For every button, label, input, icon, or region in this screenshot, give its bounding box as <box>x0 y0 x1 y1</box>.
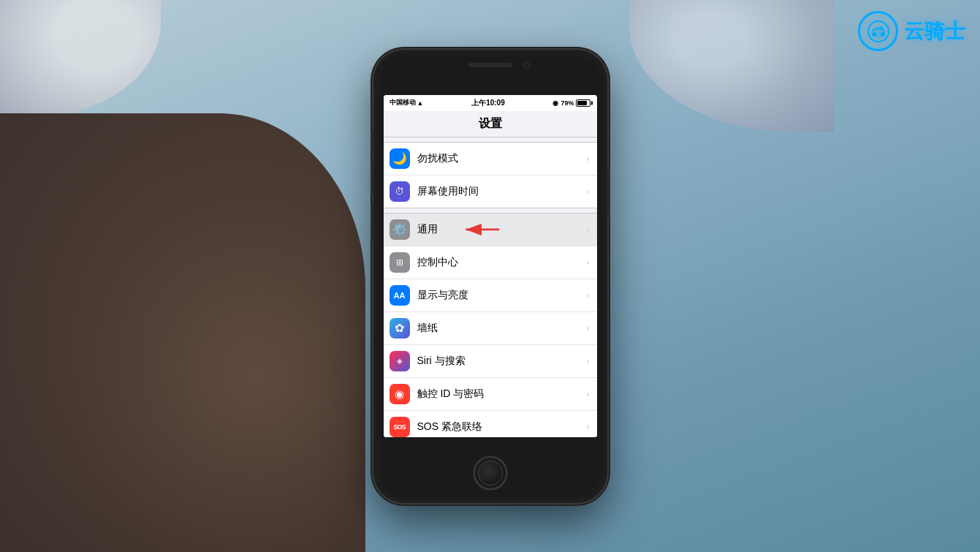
page-title: 设置 <box>479 116 502 132</box>
settings-group-1: 🌙 勿扰模式 › ⏱ 屏幕使用时间 › <box>384 142 597 208</box>
settings-row-screen-time[interactable]: ⏱ 屏幕使用时间 › <box>384 175 597 208</box>
do-not-disturb-icon: 🌙 <box>390 148 410 169</box>
logo-circle <box>858 11 898 51</box>
settings-group-2: ⚙️ 通用 › <box>384 213 597 437</box>
home-button[interactable] <box>474 456 507 490</box>
carrier-text: 中国移动 <box>390 98 416 107</box>
bg-decoration-hand <box>0 113 365 552</box>
display-icon: AA <box>390 285 410 306</box>
siri-chevron: › <box>587 356 590 366</box>
siri-label: Siri 与搜索 <box>417 355 584 368</box>
navigation-title: 设置 <box>384 111 597 137</box>
status-bar: 中国移动 ▲ 上午10:09 ◉ 79% <box>384 95 597 111</box>
settings-list: 🌙 勿扰模式 › ⏱ 屏幕使用时间 › ⚙️ 通用 <box>384 137 597 437</box>
wallpaper-icon: ✿ <box>390 318 410 339</box>
display-chevron: › <box>587 290 590 300</box>
control-center-chevron: › <box>587 257 590 268</box>
wifi-icon: ▲ <box>417 99 424 107</box>
yunqishi-logo: 云骑士 <box>858 11 965 51</box>
iphone-frame: 中国移动 ▲ 上午10:09 ◉ 79% 设置 <box>373 50 607 503</box>
sos-chevron: › <box>587 422 590 432</box>
control-center-label: 控制中心 <box>417 256 584 269</box>
settings-row-siri[interactable]: ◈ Siri 与搜索 › <box>384 345 597 378</box>
settings-row-touch-id[interactable]: ◉ 触控 ID 与密码 › <box>384 378 597 411</box>
volume-down-button <box>371 203 373 241</box>
display-label: 显示与亮度 <box>417 289 584 302</box>
mute-button <box>371 130 373 151</box>
general-icon: ⚙️ <box>390 219 410 240</box>
do-not-disturb-chevron: › <box>587 154 590 164</box>
volume-up-button <box>371 158 373 196</box>
logo-icon <box>867 20 890 43</box>
svg-point-3 <box>881 32 885 37</box>
siri-icon: ◈ <box>390 351 410 371</box>
general-label: 通用 <box>417 223 584 236</box>
battery-icon <box>576 99 590 107</box>
settings-row-general[interactable]: ⚙️ 通用 › <box>384 213 597 246</box>
screen-time-icon: ⏱ <box>390 181 410 202</box>
logo-label: 云骑士 <box>904 18 965 45</box>
power-button <box>607 167 610 218</box>
settings-row-control-center[interactable]: ⊞ 控制中心 › <box>384 246 597 279</box>
settings-row-sos[interactable]: SOS SOS 紧急联络 › <box>384 411 597 437</box>
camera <box>523 61 531 69</box>
status-left: 中国移动 ▲ <box>390 98 424 107</box>
settings-row-display[interactable]: AA 显示与亮度 › <box>384 279 597 312</box>
control-center-icon: ⊞ <box>390 252 410 273</box>
svg-point-4 <box>880 26 883 29</box>
general-chevron: › <box>587 224 590 235</box>
settings-row-do-not-disturb[interactable]: 🌙 勿扰模式 › <box>384 143 597 175</box>
wallpaper-label: 墙纸 <box>417 322 584 335</box>
screen-time-label: 屏幕使用时间 <box>417 185 584 198</box>
battery-fill <box>577 101 587 105</box>
wallpaper-chevron: › <box>587 323 590 333</box>
speaker <box>468 63 512 67</box>
do-not-disturb-label: 勿扰模式 <box>417 152 584 165</box>
sos-label: SOS 紧急联络 <box>417 420 584 434</box>
iphone-screen: 中国移动 ▲ 上午10:09 ◉ 79% 设置 <box>384 95 597 437</box>
touch-id-chevron: › <box>587 389 590 399</box>
svg-point-2 <box>872 32 876 37</box>
iphone-device: 中国移动 ▲ 上午10:09 ◉ 79% 设置 <box>373 50 607 503</box>
status-right: ◉ 79% <box>552 99 590 107</box>
touch-id-label: 触控 ID 与密码 <box>417 387 584 401</box>
screen-time-chevron: › <box>587 186 590 197</box>
battery-percentage: 79% <box>561 99 574 107</box>
status-time: 上午10:09 <box>471 98 505 108</box>
settings-row-wallpaper[interactable]: ✿ 墙纸 › <box>384 312 597 345</box>
sos-icon: SOS <box>390 417 410 437</box>
touch-id-icon: ◉ <box>390 384 410 404</box>
location-icon: ◉ <box>552 99 558 107</box>
